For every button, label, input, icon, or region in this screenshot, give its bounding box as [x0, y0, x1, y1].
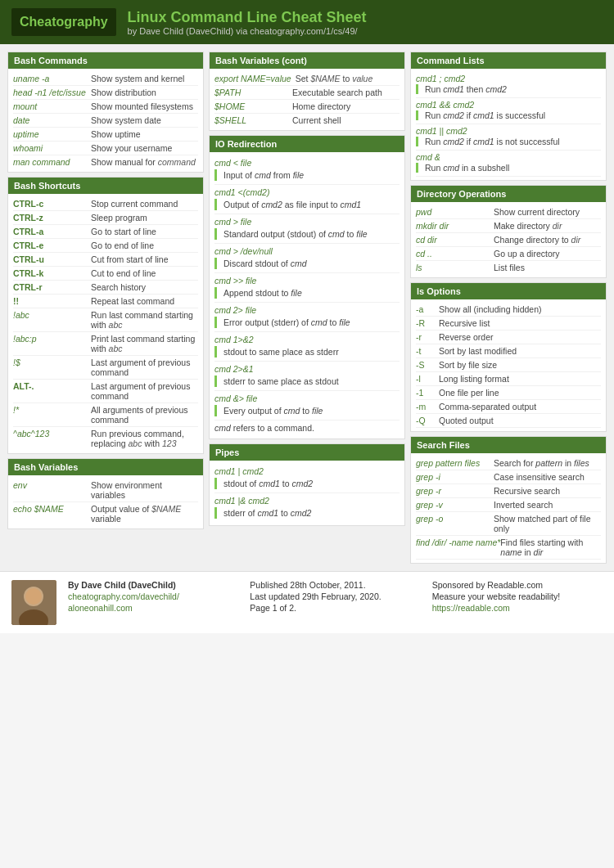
io-cmd: cmd < file — [214, 157, 400, 169]
list-item: grep -v Inverted search — [416, 498, 601, 512]
footer: By Dave Child (DaveChild) cheatography.c… — [0, 571, 614, 633]
ls-desc: Sort by last modified — [439, 346, 517, 356]
cl-cmd: cmd1 || cmd2 — [416, 126, 601, 136]
bash-commands-body: uname -a Show system and kernel head -n1… — [8, 69, 203, 172]
cmd-key: cd dir — [416, 235, 494, 245]
io-redirection-body: cmd < file Input of cmd from file cmd1 <… — [210, 152, 404, 438]
cmd-desc: Show system date — [91, 115, 198, 125]
cl-row: cmd1 || cmd2 Run cmd2 if cmd1 is not suc… — [416, 124, 601, 151]
footer-sponsor-desc: Measure your website readability! — [432, 591, 603, 601]
cl-cmd: cmd1 && cmd2 — [416, 100, 601, 110]
ls-flag: -1 — [416, 388, 439, 398]
cmd-desc: All arguments of previous command — [91, 405, 198, 425]
cmd-key: !abc:p — [13, 334, 91, 344]
io-desc: stdout of cmd1 to cmd2 — [214, 478, 400, 489]
table-row: CTRL-a Go to start of line — [13, 225, 198, 239]
cmd-key: uptime — [13, 129, 91, 139]
list-item: -1 One file per line — [416, 386, 601, 400]
io-desc: Input of cmd from file — [214, 169, 400, 181]
footer-updated: Last updated 29th February, 2020. — [250, 591, 420, 601]
cmd-key: $SHELL — [214, 115, 292, 125]
section-search-files: Search Files grep pattern files Search f… — [410, 436, 607, 564]
sf-desc: Inverted search — [494, 500, 553, 510]
cmd-key: ^abc^123 — [13, 429, 91, 438]
ls-flag: -a — [416, 304, 439, 314]
table-row: export NAME=value Set $NAME to value — [214, 72, 400, 86]
table-row: mkdir dir Make directory dir — [416, 219, 601, 233]
cmd-desc: Output value of $NAME variable — [91, 504, 198, 524]
cl-row: cmd & Run cmd in a subshell — [416, 151, 601, 177]
cmd-desc: Show current directory — [494, 207, 601, 217]
footer-author: By Dave Child (DaveChild) — [68, 580, 238, 590]
table-row: cd dir Change directory to dir — [416, 233, 601, 247]
table-row: pwd Show current directory — [416, 205, 601, 219]
table-row: ls List files — [416, 261, 601, 274]
table-row: cd .. Go up a directory — [416, 247, 601, 261]
cmd-key: echo $NAME — [13, 504, 91, 514]
io-row: cmd1 | cmd2 stdout of cmd1 to cmd2 — [214, 464, 400, 493]
table-row: ^abc^123 Run previous command, replacing… — [13, 427, 198, 450]
ls-desc: Show all (including hidden) — [439, 304, 542, 314]
io-desc: Every output of cmd to file — [214, 405, 400, 416]
list-item: grep -i Case insensitive search — [416, 470, 601, 484]
table-row: CTRL-z Sleep program — [13, 211, 198, 225]
ls-flag: -S — [416, 360, 439, 370]
cmd-desc: Show environment variables — [91, 480, 198, 500]
ls-flag: -r — [416, 332, 439, 342]
table-row: $PATH Executable search path — [214, 86, 400, 100]
ls-desc: Reverse order — [439, 332, 494, 342]
footer-site1[interactable]: cheatography.com/davechild/ — [68, 591, 238, 601]
pipes-header: Pipes — [210, 444, 404, 461]
io-row: cmd &> file Every output of cmd to file — [214, 391, 400, 421]
cmd-desc: Run previous command, replacing abc with… — [91, 429, 198, 448]
cmd-key: date — [13, 115, 91, 125]
col-2: Bash Variables (cont) export NAME=value … — [206, 49, 408, 566]
cmd-desc: Run last command starting with abc — [91, 310, 198, 330]
cl-cmd: cmd & — [416, 152, 601, 162]
io-cmd: cmd &> file — [214, 393, 400, 404]
table-row: CTRL-c Stop current command — [13, 197, 198, 211]
footer-sponsor-url[interactable]: https://readable.com — [432, 603, 603, 613]
ls-flag: -t — [416, 346, 439, 356]
cmd-key: !* — [13, 405, 91, 415]
table-row: !abc Run last command starting with abc — [13, 308, 198, 332]
ls-options-header: ls Options — [411, 283, 606, 299]
command-lists-body: cmd1 ; cmd2 Run cmd1 then cmd2 cmd1 && c… — [411, 69, 606, 180]
cmd-key: CTRL-k — [13, 268, 91, 278]
sf-cmd: grep -o — [416, 514, 494, 524]
table-row: $SHELL Current shell — [214, 114, 400, 127]
list-item: grep -o Show matched part of file only — [416, 512, 601, 536]
cmd-desc: Set $NAME to value — [296, 74, 400, 83]
section-command-lists: Command Lists cmd1 ; cmd2 Run cmd1 then … — [410, 52, 607, 181]
section-pipes: Pipes cmd1 | cmd2 stdout of cmd1 to cmd2… — [209, 443, 405, 526]
col-3: Command Lists cmd1 ; cmd2 Run cmd1 then … — [408, 49, 609, 566]
footer-site2[interactable]: aloneonahill.com — [68, 603, 238, 613]
footer-published: Published 28th October, 2011. — [250, 580, 420, 590]
cmd-key: CTRL-u — [13, 254, 91, 264]
cmd-desc: Show your username — [91, 143, 198, 153]
cmd-key: export NAME=value — [214, 74, 296, 83]
cmd-key: env — [13, 480, 91, 490]
io-cmd: cmd > /dev/null — [214, 245, 400, 257]
io-row: cmd > file Standard output (stdout) of c… — [214, 214, 400, 244]
cmd-desc: List files — [494, 263, 601, 272]
cmd-key: mount — [13, 101, 91, 111]
cl-cmd: cmd1 ; cmd2 — [416, 74, 601, 83]
ls-desc: One file per line — [439, 388, 499, 398]
footer-info-col: Published 28th October, 2011. Last updat… — [250, 580, 420, 614]
search-files-body: grep pattern files Search for pattern in… — [411, 453, 606, 563]
command-lists-header: Command Lists — [411, 52, 606, 69]
cl-row: cmd1 && cmd2 Run cmd2 if cmd1 is success… — [416, 98, 601, 124]
cmd-desc: Print last command starting with abc — [91, 334, 198, 353]
io-note: cmd refers to a command. — [214, 421, 400, 435]
cmd-key: ALT-. — [13, 381, 91, 391]
section-directory-ops: Directory Operations pwd Show current di… — [410, 185, 607, 278]
table-row: !$ Last argument of previous command — [13, 356, 198, 380]
cmd-desc: Search history — [91, 282, 198, 292]
cl-row: cmd1 ; cmd2 Run cmd1 then cmd2 — [416, 72, 601, 98]
io-cmd: cmd1 | cmd2 — [214, 465, 400, 477]
table-row: uname -a Show system and kernel — [13, 72, 198, 86]
avatar — [11, 580, 56, 625]
cmd-desc: Executable search path — [292, 88, 400, 97]
cmd-key: ls — [416, 263, 494, 272]
